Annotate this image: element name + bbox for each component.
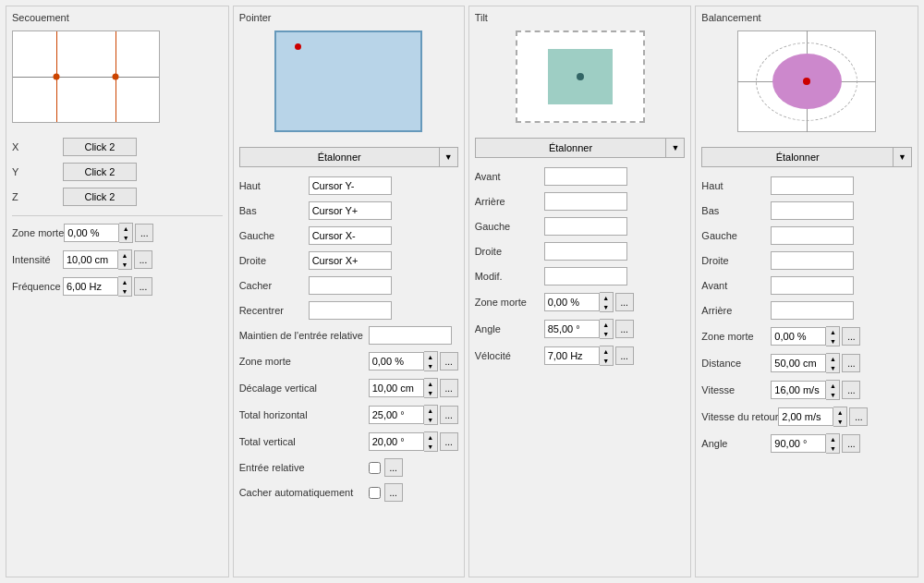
x-click2-button[interactable]: Click 2: [63, 138, 137, 156]
balance-vitesse-retour-spin-up[interactable]: ▲: [833, 407, 846, 417]
tilt-angle-dots[interactable]: ...: [615, 320, 634, 338]
balance-vitesse-retour-spin-down[interactable]: ▼: [833, 417, 846, 426]
balance-vitesse-spin-down[interactable]: ▼: [826, 390, 839, 399]
pointer-zone-morte-input[interactable]: [369, 352, 424, 370]
tilt-gauche-input[interactable]: [544, 217, 627, 236]
tilt-angle-input[interactable]: [544, 320, 600, 338]
tilt-avant-row: Avant: [475, 167, 686, 186]
balance-etalonner-button[interactable]: Étalonner: [701, 147, 894, 167]
pointer-cacher-auto-dots[interactable]: ...: [384, 483, 403, 502]
pointer-entree-checkbox[interactable]: [369, 462, 381, 474]
balance-zone-morte-input[interactable]: [771, 327, 826, 346]
pointer-maintien-input[interactable]: [369, 326, 452, 345]
balance-etalonner-dropdown[interactable]: ▼: [894, 147, 912, 167]
tilt-modif-input[interactable]: [544, 267, 627, 285]
balance-angle-spin-down[interactable]: ▼: [826, 443, 839, 453]
divider-1: [12, 215, 223, 216]
pointer-bas-row: Bas: [239, 201, 458, 220]
balance-bas-label: Bas: [701, 205, 771, 216]
pointer-entree-dots[interactable]: ...: [384, 458, 403, 477]
tilt-zone-morte-dots[interactable]: ...: [615, 293, 634, 311]
balance-vitesse-dots[interactable]: ...: [842, 381, 860, 399]
intensite-spin-up[interactable]: ▲: [118, 250, 131, 260]
balance-angle-input[interactable]: [771, 434, 826, 453]
pointer-haut-label: Haut: [239, 180, 309, 191]
tilt-angle-spin-down[interactable]: ▼: [600, 329, 613, 338]
pointer-etalonner-dropdown[interactable]: ▼: [440, 147, 458, 167]
balance-angle-dots[interactable]: ...: [842, 434, 860, 453]
intensite-spin-down[interactable]: ▼: [118, 260, 131, 269]
balance-distance-spin-up[interactable]: ▲: [826, 354, 839, 363]
balance-arriere-input[interactable]: [771, 301, 854, 320]
frequence-dots-button[interactable]: ...: [134, 277, 152, 296]
balance-distance-input[interactable]: [771, 354, 826, 372]
pointer-bas-input[interactable]: [309, 201, 392, 220]
tilt-zone-morte-spin-up[interactable]: ▲: [600, 293, 613, 302]
balance-zone-morte-spin-up[interactable]: ▲: [826, 327, 839, 336]
balance-vitesse-input[interactable]: [771, 381, 826, 399]
balance-bas-input[interactable]: [771, 201, 854, 220]
pointer-decalage-dots[interactable]: ...: [440, 379, 458, 397]
balance-zone-morte-row: Zone morte ▲ ▼ ...: [701, 326, 912, 346]
pointer-cacher-auto-checkbox[interactable]: [369, 487, 381, 499]
pointer-zone-morte-dots[interactable]: ...: [440, 352, 458, 370]
zone-morte-dots-button[interactable]: ...: [135, 224, 153, 242]
pointer-zone-morte-spin-up[interactable]: ▲: [424, 352, 437, 361]
frequence-input[interactable]: [63, 277, 118, 296]
tilt-velocite-dots[interactable]: ...: [615, 346, 634, 365]
tilt-velocite-spin-down[interactable]: ▼: [600, 356, 613, 365]
tilt-etalonner-dropdown[interactable]: ▼: [666, 138, 685, 158]
zone-morte-spin-up[interactable]: ▲: [119, 224, 132, 233]
tilt-zone-morte-spin-down[interactable]: ▼: [600, 302, 613, 311]
frequence-spin-down[interactable]: ▼: [118, 286, 131, 296]
zone-morte-input[interactable]: [64, 224, 119, 242]
pointer-haut-input[interactable]: [309, 176, 392, 195]
pointer-cacher-input[interactable]: [309, 276, 392, 295]
tilt-avant-input[interactable]: [544, 167, 627, 186]
pointer-gauche-input[interactable]: [309, 226, 392, 245]
y-click2-button[interactable]: Click 2: [63, 163, 137, 181]
balance-angle-spin-up[interactable]: ▲: [826, 434, 839, 443]
tilt-droite-input[interactable]: [544, 242, 627, 261]
balance-distance-dots[interactable]: ...: [842, 354, 860, 372]
tilt-arriere-input[interactable]: [544, 192, 627, 211]
zone-morte-spin-down[interactable]: ▼: [119, 233, 132, 242]
pointer-droite-input[interactable]: [309, 251, 392, 270]
balance-distance-label: Distance: [701, 358, 771, 369]
tilt-etalonner-button[interactable]: Étalonner: [475, 138, 667, 158]
tilt-angle-spin-up[interactable]: ▲: [600, 320, 613, 329]
balance-zone-morte-spin-down[interactable]: ▼: [826, 336, 839, 346]
balance-distance-spin-down[interactable]: ▼: [826, 363, 839, 372]
pointer-total-v-input[interactable]: [369, 432, 424, 451]
tilt-velocite-input[interactable]: [544, 346, 600, 365]
intensite-input[interactable]: [63, 250, 118, 269]
balance-vitesse-row: Vitesse ▲ ▼ ...: [701, 380, 912, 400]
pointer-zone-morte-spin-down[interactable]: ▼: [424, 361, 437, 370]
tilt-velocite-spin-up[interactable]: ▲: [600, 346, 613, 356]
pointer-total-v-spin-down[interactable]: ▼: [424, 442, 437, 451]
frequence-spin-up[interactable]: ▲: [118, 277, 131, 286]
balance-vitesse-spin-up[interactable]: ▲: [826, 381, 839, 390]
balance-avant-input[interactable]: [771, 276, 854, 295]
pointer-total-h-input[interactable]: [369, 406, 424, 424]
pointer-total-v-spin-up[interactable]: ▲: [424, 432, 437, 442]
pointer-etalonner-button[interactable]: Étalonner: [239, 147, 440, 167]
z-row: Z Click 2: [12, 188, 223, 206]
pointer-decalage-spin-up[interactable]: ▲: [424, 379, 437, 388]
balance-vitesse-retour-dots[interactable]: ...: [849, 407, 868, 426]
z-click2-button[interactable]: Click 2: [63, 188, 137, 206]
pointer-total-h-spin-down[interactable]: ▼: [424, 415, 437, 424]
intensite-dots-button[interactable]: ...: [134, 250, 152, 269]
pointer-total-h-dots[interactable]: ...: [440, 406, 458, 424]
balance-vitesse-retour-input[interactable]: [778, 407, 833, 426]
pointer-decalage-spin-down[interactable]: ▼: [424, 388, 437, 397]
pointer-total-h-spin-up[interactable]: ▲: [424, 406, 437, 415]
pointer-recentrer-input[interactable]: [309, 301, 392, 320]
balance-zone-morte-dots[interactable]: ...: [842, 327, 860, 346]
balance-haut-input[interactable]: [771, 176, 854, 195]
balance-droite-input[interactable]: [771, 251, 854, 270]
balance-gauche-input[interactable]: [771, 226, 854, 245]
pointer-decalage-input[interactable]: [369, 379, 424, 397]
pointer-total-v-dots[interactable]: ...: [440, 432, 458, 451]
tilt-zone-morte-input[interactable]: [544, 293, 600, 311]
